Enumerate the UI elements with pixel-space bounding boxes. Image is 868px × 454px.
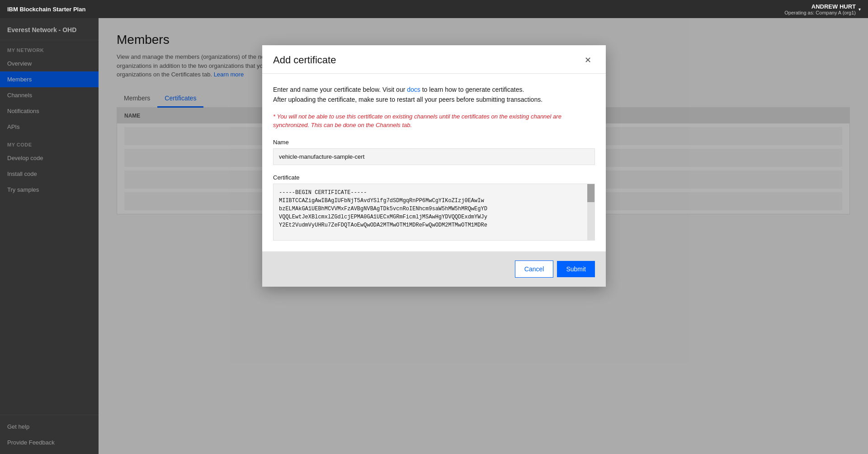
cancel-button[interactable]: Cancel — [515, 260, 554, 278]
modal-overlay: Add certificate ✕ Enter and name your ce… — [0, 18, 868, 454]
name-label: Name — [273, 139, 595, 146]
certificate-label: Certificate — [273, 174, 595, 181]
submit-button[interactable]: Submit — [557, 261, 595, 277]
modal-header: Add certificate ✕ — [262, 45, 606, 74]
modal-close-button[interactable]: ✕ — [581, 54, 595, 66]
certificate-field: Certificate -----BEGIN CERTIFICATE----- … — [273, 174, 595, 241]
user-name: ANDREW HURT — [784, 3, 856, 10]
add-certificate-modal: Add certificate ✕ Enter and name your ce… — [262, 45, 606, 287]
chevron-down-icon: ▾ — [859, 7, 861, 12]
docs-link[interactable]: docs — [407, 86, 420, 93]
certificate-textarea-wrapper: -----BEGIN CERTIFICATE----- MIIBTCCAZigA… — [273, 184, 595, 241]
textarea-scrollbar-thumb — [587, 184, 594, 202]
name-field: Name — [273, 139, 595, 165]
user-menu[interactable]: ANDREW HURT Operating as: Company A (org… — [784, 3, 861, 15]
modal-warning: * You will not be able to use this certi… — [273, 112, 595, 130]
modal-title: Add certificate — [273, 54, 336, 66]
modal-body: Enter and name your certificate below. V… — [262, 74, 606, 241]
certificate-input[interactable]: -----BEGIN CERTIFICATE----- MIIBTCCAZigA… — [274, 184, 587, 238]
modal-intro: Enter and name your certificate below. V… — [273, 85, 595, 105]
user-info: ANDREW HURT Operating as: Company A (org… — [784, 3, 856, 15]
textarea-scrollbar[interactable] — [587, 184, 594, 240]
modal-footer: Cancel Submit — [262, 251, 606, 287]
name-input[interactable] — [273, 148, 595, 165]
user-role: Operating as: Company A (org1) — [784, 10, 856, 15]
brand-name: IBM Blockchain Starter Plan — [7, 6, 85, 13]
top-header: IBM Blockchain Starter Plan ANDREW HURT … — [0, 0, 868, 18]
